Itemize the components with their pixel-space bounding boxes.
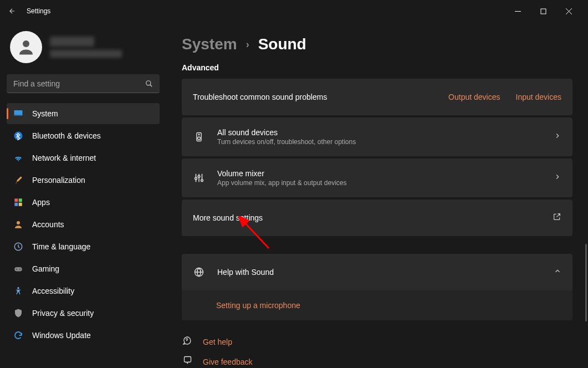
search-icon bbox=[145, 80, 153, 88]
sidebar-item-label: Network & internet bbox=[32, 154, 96, 162]
svg-point-19 bbox=[195, 177, 197, 180]
get-help-link[interactable]: Get help bbox=[182, 336, 572, 348]
svg-point-20 bbox=[198, 175, 200, 177]
chevron-right-icon bbox=[554, 173, 561, 183]
svg-point-14 bbox=[19, 269, 21, 270]
profile[interactable] bbox=[7, 27, 160, 74]
sidebar-item-label: Personalization bbox=[32, 176, 85, 185]
sidebar-item-label: Accessibility bbox=[32, 287, 74, 295]
sidebar-item-windows-update[interactable]: Windows Update bbox=[7, 325, 160, 346]
chevron-right-icon bbox=[554, 132, 561, 142]
sidebar-item-network[interactable]: Network & internet bbox=[7, 147, 160, 168]
avatar bbox=[10, 31, 42, 63]
svg-point-13 bbox=[16, 269, 17, 270]
svg-rect-8 bbox=[14, 203, 18, 206]
shield-icon bbox=[13, 308, 23, 318]
wifi-icon bbox=[13, 153, 23, 163]
input-devices-button[interactable]: Input devices bbox=[516, 93, 562, 101]
svg-point-18 bbox=[198, 134, 200, 135]
svg-rect-0 bbox=[541, 9, 546, 14]
maximize-button[interactable] bbox=[530, 2, 556, 20]
bluetooth-icon bbox=[13, 131, 23, 141]
breadcrumb-parent[interactable]: System bbox=[182, 35, 237, 53]
link-label: Give feedback bbox=[203, 357, 253, 366]
volume-mixer-card[interactable]: Volume mixer App volume mix, app input &… bbox=[182, 159, 572, 197]
speaker-icon bbox=[193, 131, 205, 142]
profile-name-redacted bbox=[50, 37, 94, 47]
back-button[interactable] bbox=[7, 6, 18, 17]
accessibility-icon bbox=[13, 286, 23, 296]
card-title: Help with Sound bbox=[217, 268, 554, 277]
minimize-button[interactable] bbox=[505, 2, 530, 20]
svg-point-10 bbox=[17, 221, 20, 224]
help-chat-icon bbox=[182, 336, 193, 348]
paintbrush-icon bbox=[13, 175, 23, 185]
svg-point-21 bbox=[201, 180, 203, 182]
mixer-icon bbox=[193, 172, 205, 184]
main-panel: System › Sound Advanced Troubleshoot com… bbox=[166, 22, 588, 368]
give-feedback-link[interactable]: Give feedback bbox=[182, 356, 572, 368]
svg-rect-7 bbox=[19, 198, 22, 202]
sidebar-item-gaming[interactable]: Gaming bbox=[7, 258, 160, 279]
link-label: Get help bbox=[203, 338, 232, 346]
sidebar-item-accounts[interactable]: Accounts bbox=[7, 214, 160, 235]
profile-email-redacted bbox=[50, 50, 122, 58]
section-title: Advanced bbox=[182, 63, 572, 72]
output-devices-button[interactable]: Output devices bbox=[448, 93, 500, 101]
svg-point-5 bbox=[14, 132, 23, 140]
person-icon bbox=[13, 219, 23, 229]
gaming-icon bbox=[13, 264, 23, 274]
chevron-right-icon: › bbox=[246, 39, 249, 50]
svg-rect-9 bbox=[19, 203, 22, 206]
apps-icon bbox=[13, 197, 23, 207]
sidebar-item-label: Bluetooth & devices bbox=[32, 131, 101, 140]
svg-rect-4 bbox=[14, 115, 23, 116]
sidebar-item-label: System bbox=[32, 109, 58, 118]
svg-rect-12 bbox=[14, 267, 22, 272]
scrollbar[interactable] bbox=[585, 244, 587, 321]
search-input[interactable] bbox=[7, 74, 160, 93]
sidebar-item-label: Privacy & security bbox=[32, 309, 94, 318]
card-desc: App volume mix, app input & output devic… bbox=[217, 179, 554, 187]
clock-globe-icon bbox=[13, 242, 23, 252]
sidebar-item-label: Accounts bbox=[32, 220, 64, 229]
card-desc: Turn devices on/off, troubleshoot, other… bbox=[217, 138, 554, 146]
help-body: Setting up a microphone bbox=[182, 290, 572, 320]
feedback-icon bbox=[182, 356, 193, 368]
sidebar-item-accessibility[interactable]: Accessibility bbox=[7, 280, 160, 301]
troubleshoot-card: Troubleshoot common sound problems Outpu… bbox=[182, 79, 572, 115]
svg-point-15 bbox=[17, 287, 19, 289]
card-title: All sound devices bbox=[217, 128, 554, 137]
breadcrumb-current: Sound bbox=[258, 35, 306, 53]
card-title: Troubleshoot common sound problems bbox=[193, 93, 327, 101]
breadcrumb: System › Sound bbox=[182, 35, 572, 53]
sidebar-item-time-language[interactable]: Time & language bbox=[7, 236, 160, 257]
close-button[interactable] bbox=[556, 2, 581, 20]
sidebar-item-privacy[interactable]: Privacy & security bbox=[7, 303, 160, 324]
chevron-up-icon bbox=[554, 267, 561, 277]
globe-help-icon bbox=[193, 267, 205, 278]
svg-point-1 bbox=[23, 40, 29, 47]
app-title: Settings bbox=[27, 7, 50, 15]
more-sound-settings-card[interactable]: More sound settings bbox=[182, 200, 572, 236]
sidebar-item-bluetooth[interactable]: Bluetooth & devices bbox=[7, 125, 160, 146]
card-title: More sound settings bbox=[193, 213, 553, 222]
sidebar-item-system[interactable]: System bbox=[7, 103, 160, 124]
titlebar: Settings bbox=[0, 0, 588, 22]
mic-setup-link[interactable]: Setting up a microphone bbox=[216, 301, 300, 310]
sidebar-item-personalization[interactable]: Personalization bbox=[7, 170, 160, 191]
sidebar-item-label: Windows Update bbox=[32, 331, 91, 340]
card-title: Volume mixer bbox=[217, 169, 554, 178]
sidebar-item-label: Time & language bbox=[32, 242, 90, 251]
external-link-icon bbox=[553, 212, 561, 223]
sidebar-item-apps[interactable]: Apps bbox=[7, 192, 160, 213]
update-icon bbox=[13, 330, 23, 340]
svg-point-17 bbox=[198, 137, 201, 140]
sidebar: System Bluetooth & devices Network & int… bbox=[0, 22, 166, 368]
help-with-sound-card[interactable]: Help with Sound bbox=[182, 254, 572, 290]
sidebar-item-label: Apps bbox=[32, 198, 50, 207]
all-sound-devices-card[interactable]: All sound devices Turn devices on/off, t… bbox=[182, 117, 572, 156]
svg-point-2 bbox=[146, 81, 151, 85]
display-icon bbox=[13, 109, 23, 119]
sidebar-item-label: Gaming bbox=[32, 264, 59, 273]
